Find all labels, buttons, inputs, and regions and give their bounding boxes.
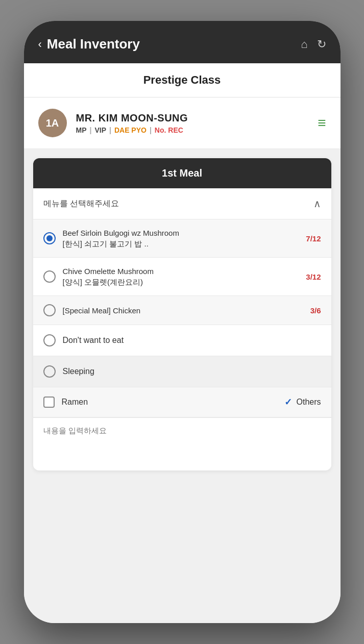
- notes-area: [33, 417, 331, 470]
- header-icons: ⌂ ↻: [301, 38, 326, 51]
- checkmark-others-icon: ✓: [284, 397, 292, 408]
- tag-dae-pyo: DAE PYO: [114, 126, 147, 134]
- menu-item-chive[interactable]: Chive Omelette Mushroom[양식] 오믈렛(계란요리) 3/…: [33, 258, 331, 296]
- radio-sleeping[interactable]: [43, 365, 56, 378]
- checkbox-ramen[interactable]: [43, 397, 55, 408]
- notes-input[interactable]: [33, 417, 331, 468]
- extras-row: Ramen ✓ Others: [33, 387, 331, 417]
- meal-section: 1st Meal 메뉴를 선택해주세요 ∧ Beef Sirloin Bulgo…: [33, 158, 331, 470]
- sleeping-label: Sleeping: [63, 367, 94, 376]
- others-label: Others: [296, 398, 321, 407]
- tag-mp: MP: [76, 126, 87, 134]
- radio-beef[interactable]: [43, 232, 56, 244]
- refresh-icon[interactable]: ↻: [317, 38, 326, 51]
- radio-inner-beef: [46, 235, 53, 241]
- tag-no-rec: No. REC: [155, 126, 183, 134]
- menu-count-chive: 3/12: [306, 273, 321, 281]
- passenger-name: MR. KIM MOON-SUNG: [76, 112, 309, 124]
- tag-vip: VIP: [94, 126, 106, 134]
- option-sleeping[interactable]: Sleeping: [33, 356, 331, 387]
- menu-count-beef: 7/12: [306, 234, 321, 243]
- radio-chive[interactable]: [43, 270, 56, 283]
- radio-chicken[interactable]: [43, 304, 56, 316]
- dont-want-label: Don't want to eat: [63, 336, 124, 345]
- page-title: Meal Inventory: [47, 36, 140, 52]
- others-group: ✓ Others: [284, 397, 321, 408]
- header-left: ‹ Meal Inventory: [38, 36, 140, 52]
- document-icon[interactable]: ≡: [318, 115, 326, 131]
- menu-item-chicken[interactable]: [Special Meal] Chicken 3/6: [33, 296, 331, 325]
- phone-frame: ‹ Meal Inventory ⌂ ↻ Prestige Class 1A M…: [24, 21, 341, 623]
- menu-text-chicken: [Special Meal] Chicken: [63, 305, 303, 316]
- menu-text-beef: Beef Sirloin Bulgogi wz Mushroom[한식] 쇠고기…: [63, 228, 299, 249]
- home-icon[interactable]: ⌂: [301, 38, 307, 51]
- menu-item-beef[interactable]: Beef Sirloin Bulgogi wz Mushroom[한식] 쇠고기…: [33, 219, 331, 258]
- chevron-up-icon: ∧: [313, 197, 321, 210]
- class-label: Prestige Class: [24, 63, 341, 97]
- option-dont-want[interactable]: Don't want to eat: [33, 325, 331, 356]
- seat-badge: 1A: [38, 109, 67, 137]
- menu-count-chicken: 3/6: [310, 306, 321, 315]
- phone-wrapper: ‹ Meal Inventory ⌂ ↻ Prestige Class 1A M…: [0, 0, 364, 644]
- content-area: 1st Meal 메뉴를 선택해주세요 ∧ Beef Sirloin Bulgo…: [24, 149, 341, 623]
- passenger-info: MR. KIM MOON-SUNG MP | VIP | DAE PYO | N…: [76, 112, 309, 134]
- dropdown-label: 메뉴를 선택해주세요: [43, 199, 119, 209]
- ramen-label: Ramen: [62, 398, 88, 407]
- passenger-tags: MP | VIP | DAE PYO | No. REC: [76, 126, 309, 134]
- menu-dropdown[interactable]: 메뉴를 선택해주세요 ∧: [33, 188, 331, 219]
- menu-text-chive: Chive Omelette Mushroom[양식] 오믈렛(계란요리): [63, 266, 299, 287]
- back-button[interactable]: ‹: [38, 39, 42, 50]
- radio-dont-want[interactable]: [43, 334, 56, 346]
- passenger-row: 1A MR. KIM MOON-SUNG MP | VIP | DAE PYO …: [24, 97, 341, 149]
- app-header: ‹ Meal Inventory ⌂ ↻: [24, 21, 341, 63]
- meal-header: 1st Meal: [33, 158, 331, 188]
